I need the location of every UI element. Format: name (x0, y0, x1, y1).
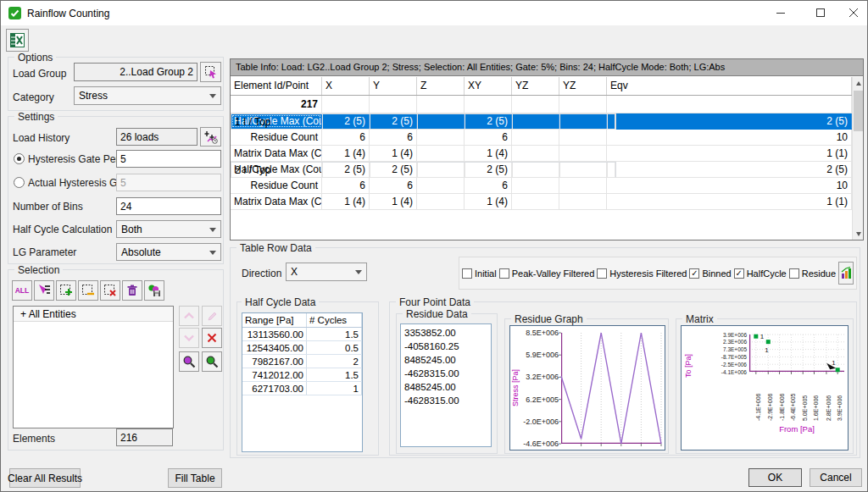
table-cell[interactable]: 6 (370, 178, 417, 193)
move-down-button[interactable] (179, 328, 199, 348)
column-header[interactable]: Range [Pa] (242, 313, 307, 327)
scrollbar-thumb[interactable] (854, 91, 863, 131)
results-scrollbar[interactable] (852, 77, 863, 240)
edit-item-button[interactable] (202, 306, 222, 326)
table-cell[interactable] (512, 146, 559, 161)
table-cell[interactable] (465, 96, 512, 113)
zoom-all-button[interactable] (202, 351, 222, 372)
column-header[interactable]: Eqv (607, 77, 852, 95)
minimize-button[interactable] (761, 1, 801, 25)
column-header[interactable]: X (322, 77, 370, 95)
half-cycle-row[interactable]: 12543405.000.5 (242, 341, 362, 355)
load-group-field[interactable]: 2..Load Group 2 (74, 63, 198, 81)
results-grid-body[interactable]: Element Id/PointXYZXYYZYZEqv2171 I / Top… (231, 77, 852, 240)
half-cycle-row[interactable]: 7982167.002 (242, 355, 362, 368)
half-cycle-calc-select[interactable]: Both (116, 220, 221, 238)
table-cell[interactable] (417, 178, 465, 193)
half-cycle-grid[interactable]: Range [Pa]# Cycles13113560.001.512543405… (242, 312, 363, 452)
list-item[interactable]: 8485245.00 (401, 380, 491, 394)
half-cycle-row[interactable]: 6271703.001 (242, 382, 362, 395)
column-header[interactable]: YZ (559, 77, 607, 95)
table-cell[interactable]: 1 (1) (607, 146, 852, 161)
table-row[interactable]: Residue Count66610 (231, 178, 852, 194)
table-cell[interactable] (323, 114, 370, 129)
table-cell[interactable]: 1 (4) (465, 146, 512, 161)
table-cell[interactable]: 10 (607, 130, 852, 145)
table-cell[interactable]: 6 (465, 178, 512, 193)
column-header[interactable]: Y (370, 77, 417, 95)
export-excel-button[interactable] (6, 29, 29, 52)
list-item[interactable]: -4058160.25 (401, 340, 491, 353)
direction-select[interactable]: X (286, 263, 367, 281)
table-cell[interactable]: 2 (5) (607, 162, 852, 177)
delete-selection-button[interactable] (100, 280, 120, 301)
column-header[interactable]: Element Id/Point (231, 77, 322, 95)
checkbox-icon[interactable] (789, 268, 799, 279)
column-header[interactable]: Z (417, 77, 465, 95)
table-cell[interactable] (418, 114, 465, 129)
table-cell[interactable]: 1 (4) (370, 194, 417, 209)
table-row[interactable]: 1 I / Top (231, 113, 616, 130)
table-cell[interactable] (608, 114, 615, 129)
cancel-button[interactable]: Cancel (810, 468, 862, 487)
table-cell[interactable] (417, 146, 465, 161)
filter-residue[interactable]: Residue (789, 268, 836, 279)
ok-button[interactable]: OK (748, 468, 802, 487)
table-cell[interactable] (512, 194, 559, 209)
table-cell[interactable] (370, 163, 418, 177)
close-button[interactable] (840, 1, 868, 25)
table-cell[interactable] (559, 130, 607, 145)
delete-item-button[interactable] (202, 328, 222, 348)
checkbox-icon[interactable]: ✓ (689, 268, 699, 279)
checkbox-icon[interactable]: ✓ (734, 268, 744, 279)
table-row[interactable]: Matrix Data Max (Count)1 (4)1 (4)1 (4)1 … (231, 146, 852, 162)
bins-field[interactable]: 24 (116, 197, 221, 215)
save-selection-button[interactable] (144, 280, 164, 301)
table-cell[interactable] (465, 163, 513, 177)
load-history-field[interactable]: 26 loads (116, 128, 198, 146)
table-cell[interactable] (512, 130, 559, 145)
table-cell[interactable] (513, 114, 560, 129)
table-cell[interactable] (322, 96, 370, 113)
table-cell[interactable] (465, 114, 513, 129)
fill-table-button[interactable]: Fill Table (168, 468, 222, 488)
table-cell[interactable]: 6 (465, 130, 512, 145)
load-group-picker-button[interactable] (200, 62, 221, 82)
column-header[interactable]: YZ (512, 77, 559, 95)
table-cell[interactable] (323, 163, 370, 177)
table-cell[interactable] (512, 178, 559, 193)
list-item[interactable]: 8485245.00 (401, 353, 491, 367)
load-history-edit-button[interactable] (200, 127, 221, 146)
table-cell[interactable] (608, 163, 615, 177)
table-cell[interactable]: 1 (1) (607, 194, 852, 209)
table-cell[interactable] (370, 114, 418, 129)
gate-percent-radio[interactable] (14, 153, 25, 164)
list-item[interactable]: 3353852.00 (401, 326, 491, 340)
pick-from-list-button[interactable] (34, 280, 54, 301)
table-cell[interactable]: 6 (322, 178, 370, 193)
table-cell[interactable] (418, 163, 465, 177)
table-row[interactable]: Matrix Data Max (Count)1 (4)1 (4)1 (4)1 … (231, 194, 852, 210)
checkbox-icon[interactable] (597, 268, 607, 279)
clear-all-results-button[interactable]: Clear All Results (9, 468, 81, 488)
table-cell[interactable]: 1 (4) (465, 194, 512, 209)
maximize-button[interactable] (801, 1, 840, 25)
table-cell[interactable]: 1 (4) (322, 146, 370, 161)
table-cell[interactable]: 6 (322, 130, 370, 145)
table-cell[interactable] (370, 96, 417, 113)
add-to-selection-button[interactable] (56, 280, 76, 301)
lg-parameter-select[interactable]: Absolute (116, 243, 221, 261)
table-cell[interactable]: 1 (4) (322, 194, 370, 209)
select-all-button[interactable]: ALL (12, 280, 32, 301)
table-cell[interactable] (417, 130, 465, 145)
table-row[interactable]: 2 I / Top (231, 162, 616, 178)
table-cell[interactable] (559, 178, 607, 193)
actual-gate-radio[interactable] (14, 177, 25, 188)
zoom-selected-button[interactable] (179, 351, 199, 372)
table-cell[interactable]: 10 (607, 178, 852, 193)
table-cell[interactable] (559, 146, 607, 161)
filter-peak-valley-filtered[interactable]: Peak-Valley Filtered (499, 268, 595, 279)
table-cell[interactable] (607, 96, 852, 113)
filter-binned[interactable]: ✓Binned (689, 268, 731, 279)
table-cell[interactable]: 2 (5) (607, 113, 852, 129)
